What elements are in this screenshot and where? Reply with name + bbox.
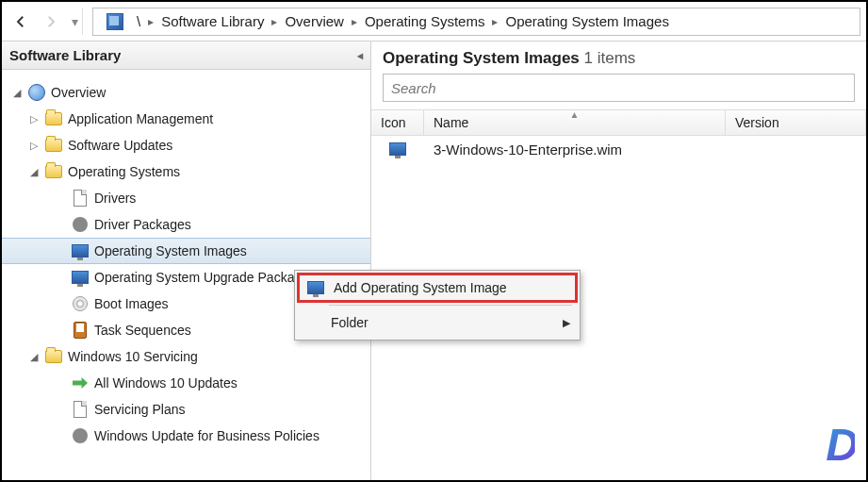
chevron-right-icon: ▸ bbox=[148, 15, 154, 28]
tree-driver-packages[interactable]: ▷ Driver Packages bbox=[2, 211, 370, 238]
tree-label: Windows 10 Servicing bbox=[68, 349, 198, 364]
column-name-label: Name bbox=[434, 115, 468, 130]
menu-separator bbox=[329, 305, 572, 306]
disc-icon bbox=[72, 295, 89, 312]
tree-label: Servicing Plans bbox=[94, 402, 186, 417]
tree-label: Application Management bbox=[68, 111, 213, 126]
expand-icon: ▷ bbox=[28, 113, 40, 125]
expand-icon: ◢ bbox=[28, 351, 40, 363]
tree-app-mgmt[interactable]: ▷ Application Management bbox=[2, 106, 370, 132]
folder-icon bbox=[45, 110, 62, 127]
expand-icon: ▷ bbox=[28, 140, 40, 152]
chevron-right-icon: ▸ bbox=[352, 15, 357, 28]
tree-servicing-plans[interactable]: ▷ Servicing Plans bbox=[2, 396, 370, 423]
table-header: Icon ▲ Name Version bbox=[371, 109, 866, 136]
tree-label: Drivers bbox=[94, 191, 136, 206]
column-icon[interactable]: Icon bbox=[371, 110, 424, 135]
nav-tree: ◢ Overview ▷ Application Management ▷ So… bbox=[2, 70, 370, 458]
tree-drivers[interactable]: ▷ Drivers bbox=[2, 185, 370, 211]
tree-label: All Windows 10 Updates bbox=[94, 375, 237, 391]
context-menu: Add Operating System Image Folder ▶ bbox=[294, 270, 581, 341]
tree-software-updates[interactable]: ▷ Software Updates bbox=[2, 132, 370, 158]
column-version[interactable]: Version bbox=[726, 110, 866, 135]
globe-icon bbox=[28, 84, 45, 101]
item-count: 1 items bbox=[584, 49, 636, 67]
document-icon bbox=[72, 190, 89, 207]
forward-button[interactable] bbox=[38, 8, 64, 35]
sidebar-header: Software Library ◂ bbox=[2, 42, 370, 70]
breadcrumb: \ ▸ Software Library ▸ Overview ▸ Operat… bbox=[92, 8, 860, 36]
folder-icon bbox=[45, 163, 62, 180]
sidebar: Software Library ◂ ◢ Overview ▷ Applicat… bbox=[2, 42, 371, 480]
tree-label: Boot Images bbox=[94, 296, 169, 311]
submenu-arrow-icon: ▶ bbox=[563, 317, 570, 329]
clipboard-icon bbox=[72, 322, 89, 339]
tree-label: Task Sequences bbox=[94, 323, 191, 338]
document-icon bbox=[72, 401, 89, 418]
arrow-icon bbox=[72, 374, 89, 391]
crumb-operating-systems[interactable]: Operating Systems bbox=[365, 13, 485, 29]
collapse-sidebar-button[interactable]: ◂ bbox=[357, 49, 363, 62]
tree-label: Operating Systems bbox=[68, 164, 180, 179]
sort-asc-icon: ▲ bbox=[570, 109, 580, 120]
content-title-text: Operating System Images bbox=[383, 49, 580, 67]
tree-operating-systems[interactable]: ◢ Operating Systems bbox=[2, 158, 370, 185]
monitor-icon bbox=[72, 269, 89, 286]
content-title: Operating System Images 1 items bbox=[371, 42, 866, 74]
expand-icon: ◢ bbox=[28, 166, 40, 178]
crumb-overview[interactable]: Overview bbox=[285, 13, 344, 29]
gear-icon bbox=[72, 216, 89, 233]
tree-label: Overview bbox=[51, 85, 106, 100]
tree-label: Windows Update for Business Policies bbox=[94, 428, 319, 443]
menu-label: Folder bbox=[331, 315, 368, 330]
tree-label: Operating System Upgrade Packages bbox=[94, 270, 316, 285]
chevron-right-icon: ▸ bbox=[271, 15, 277, 28]
crumb-os-images[interactable]: Operating System Images bbox=[505, 13, 668, 29]
tree-os-images[interactable]: ▷ Operating System Images bbox=[2, 238, 370, 264]
crumb-root[interactable]: \ bbox=[137, 13, 140, 29]
table-row[interactable]: 3-Windows-10-Enterprise.wim bbox=[371, 136, 866, 162]
watermark-logo: D bbox=[826, 419, 855, 471]
row-name: 3-Windows-10-Enterprise.wim bbox=[424, 141, 726, 158]
search-input[interactable] bbox=[383, 74, 855, 102]
menu-folder[interactable]: Folder ▶ bbox=[297, 307, 578, 338]
main-split: Software Library ◂ ◢ Overview ▷ Applicat… bbox=[2, 42, 866, 480]
menu-label: Add Operating System Image bbox=[334, 280, 507, 295]
folder-icon bbox=[45, 348, 62, 365]
tree-label: Software Updates bbox=[68, 138, 172, 153]
tree-overview[interactable]: ◢ Overview bbox=[2, 79, 370, 106]
tree-all-w10-updates[interactable]: ▷ All Windows 10 Updates bbox=[2, 370, 370, 396]
monitor-icon bbox=[72, 242, 89, 259]
row-icon bbox=[371, 142, 424, 156]
content-pane: Operating System Images 1 items Icon ▲ N… bbox=[371, 42, 866, 480]
tree-w10-servicing[interactable]: ◢ Windows 10 Servicing bbox=[2, 343, 370, 370]
expand-icon: ◢ bbox=[11, 87, 23, 99]
toolbar: ▾ \ ▸ Software Library ▸ Overview ▸ Oper… bbox=[2, 2, 866, 42]
menu-add-os-image[interactable]: Add Operating System Image bbox=[297, 273, 578, 303]
address-icon bbox=[106, 13, 123, 30]
monitor-icon bbox=[307, 281, 324, 294]
tree-wufb-policies[interactable]: ▷ Windows Update for Business Policies bbox=[2, 423, 370, 449]
sidebar-title: Software Library bbox=[9, 47, 121, 63]
crumb-software-library[interactable]: Software Library bbox=[161, 13, 264, 29]
folder-icon bbox=[45, 137, 62, 154]
tree-label: Driver Packages bbox=[94, 217, 191, 232]
back-button[interactable] bbox=[8, 8, 34, 35]
gear-icon bbox=[72, 427, 89, 444]
search-wrap bbox=[371, 74, 866, 109]
column-name[interactable]: ▲ Name bbox=[424, 110, 726, 135]
history-dropdown[interactable]: ▾ bbox=[68, 8, 83, 35]
chevron-right-icon: ▸ bbox=[492, 15, 498, 28]
tree-label: Operating System Images bbox=[94, 243, 247, 258]
monitor-icon bbox=[389, 142, 406, 156]
